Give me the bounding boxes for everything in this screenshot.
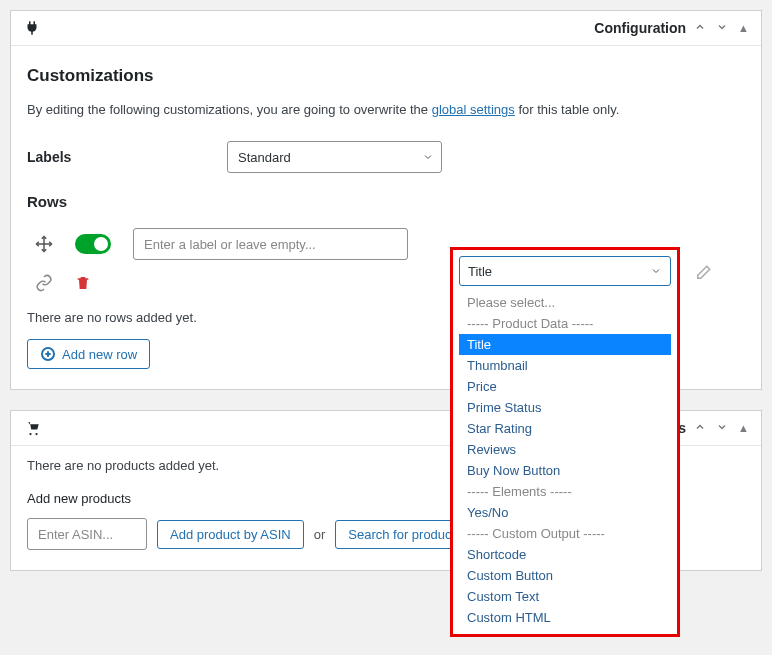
chevron-up-icon[interactable]: [694, 21, 708, 35]
dropdown-option: ----- Product Data -----: [459, 313, 671, 334]
dropdown-option[interactable]: Custom Text: [459, 586, 671, 601]
dropdown-option[interactable]: Buy Now Button: [459, 460, 671, 481]
link-icon[interactable]: [35, 274, 53, 292]
row-type-options: Please select...----- Product Data -----…: [459, 292, 671, 601]
labels-field-row: Labels Standard: [27, 141, 745, 173]
dropdown-option[interactable]: Prime Status: [459, 397, 671, 418]
helptext-after: for this table only.: [515, 102, 620, 117]
panel-title: Configuration: [594, 20, 686, 36]
dropdown-option: ----- Custom Output -----: [459, 523, 671, 544]
customizations-helptext: By editing the following customizations,…: [27, 102, 745, 117]
chevron-down-icon: [650, 265, 662, 277]
row-type-selected: Title: [468, 264, 492, 279]
chevron-up-icon[interactable]: [694, 421, 708, 435]
dropdown-option[interactable]: Shortcode: [459, 544, 671, 565]
dropdown-option[interactable]: Star Rating: [459, 418, 671, 439]
dropdown-option: ----- Elements -----: [459, 481, 671, 502]
trash-icon[interactable]: [75, 275, 91, 291]
dropdown-option: Please select...: [459, 292, 671, 313]
asin-input[interactable]: [27, 518, 147, 550]
labels-select-value: Standard: [238, 150, 291, 165]
global-settings-link[interactable]: global settings: [432, 102, 515, 117]
dropdown-option[interactable]: Custom Button: [459, 565, 671, 586]
row-enabled-toggle[interactable]: [75, 234, 111, 254]
row-type-select[interactable]: Title: [459, 256, 671, 286]
panel-header: Configuration ▲: [11, 11, 761, 46]
dropdown-option[interactable]: Yes/No: [459, 502, 671, 523]
customizations-heading: Customizations: [27, 66, 745, 86]
add-row-label: Add new row: [62, 347, 137, 362]
or-separator: or: [314, 527, 326, 542]
move-icon[interactable]: [35, 235, 53, 253]
add-by-asin-button[interactable]: Add product by ASIN: [157, 520, 304, 549]
collapse-icon[interactable]: ▲: [738, 22, 749, 34]
add-by-asin-label: Add product by ASIN: [170, 527, 291, 542]
add-new-row-button[interactable]: Add new row: [27, 339, 150, 369]
collapse-icon[interactable]: ▲: [738, 422, 749, 434]
dropdown-option[interactable]: Reviews: [459, 439, 671, 460]
helptext-before: By editing the following customizations,…: [27, 102, 432, 117]
svg-point-5: [29, 433, 31, 435]
row-label-input[interactable]: [133, 228, 408, 260]
edit-icon[interactable]: [694, 264, 712, 282]
dropdown-option[interactable]: Title: [459, 334, 671, 355]
rows-heading: Rows: [27, 193, 745, 210]
chevron-down-icon[interactable]: [716, 21, 730, 35]
cart-icon: [23, 419, 41, 437]
dropdown-option[interactable]: Thumbnail: [459, 355, 671, 376]
chevron-down-icon[interactable]: [716, 421, 730, 435]
svg-point-6: [35, 433, 37, 435]
labels-field-label: Labels: [27, 149, 227, 165]
plug-icon: [23, 19, 41, 37]
plus-circle-icon: [40, 346, 56, 362]
labels-select[interactable]: Standard: [227, 141, 442, 173]
row-type-dropdown: Title Please select...----- Product Data…: [450, 247, 680, 601]
dropdown-option[interactable]: Price: [459, 376, 671, 397]
